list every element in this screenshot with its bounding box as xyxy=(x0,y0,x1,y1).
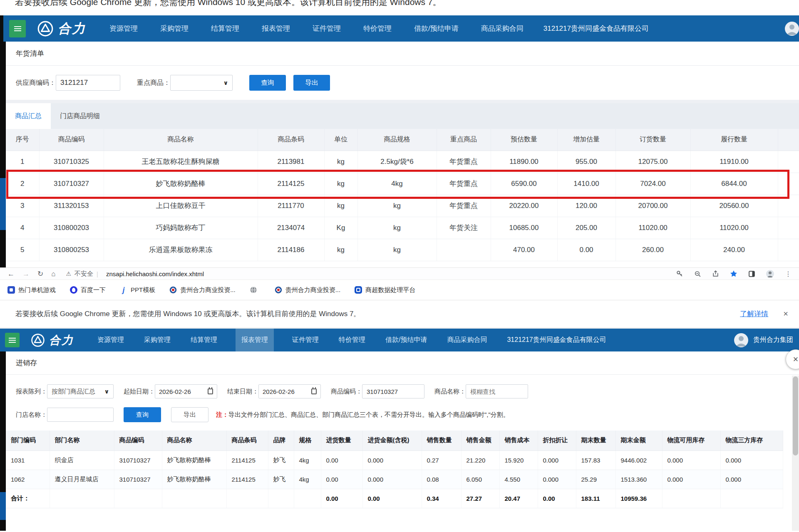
column-header: 销售金额 xyxy=(461,431,499,450)
user-group-label[interactable]: 贵州合力集团 xyxy=(753,336,793,344)
key-icon[interactable] xyxy=(676,270,683,277)
table-cell: 合计： xyxy=(6,489,50,508)
goods-list-table: 序号商品编码商品名称商品条码单位商品规格重点商品预估数量增加估量订货数量履行数量… xyxy=(6,129,799,261)
export-button[interactable]: 导出 xyxy=(293,75,330,91)
bookmark-heli-investment-2[interactable]: 贵州合力商业投资... xyxy=(275,286,341,294)
table-row[interactable]: 3311320153上口佳散称豆干2111770kgkg年货重点20220.00… xyxy=(6,195,799,217)
user-avatar[interactable] xyxy=(785,22,799,36)
table-row[interactable]: 5310800253乐逍遥果板散称果冻2114186kgkg470.000.00… xyxy=(6,239,799,261)
nav-item[interactable]: 证件管理 xyxy=(290,329,320,351)
menu-hamburger-button[interactable] xyxy=(5,333,20,347)
table-cell: 0.00 xyxy=(321,470,362,489)
table-row[interactable]: 2310710327妙飞散称奶酪棒2114125kg4kg年货重点6590.00… xyxy=(6,173,799,195)
key-product-select[interactable]: ∨ xyxy=(170,75,233,91)
vertical-scrollbar[interactable] xyxy=(792,376,799,531)
tab-store-product-detail[interactable]: 门店商品明细 xyxy=(51,103,109,129)
table-row[interactable]: 4310800203巧妈妈散称布丁2134074Kgkg年货关注10685.00… xyxy=(6,217,799,239)
address-bar-url[interactable]: znsapi.helichaoshi.com/index.xhtml xyxy=(106,270,204,277)
bookmark-heli-investment-1[interactable]: 贵州合力商业投资... xyxy=(169,286,236,294)
security-chip[interactable]: ⚠ 不安全 | xyxy=(66,270,98,278)
table-cell: 王老五散称花生酥狗屎糖 xyxy=(104,151,258,173)
supplier-code-input[interactable] xyxy=(56,75,120,91)
start-date-input[interactable]: 2026-02-26 xyxy=(155,384,217,398)
table-row[interactable]: 1031织金店310710327妙飞散称奶酪棒2114125妙飞4kg0.000… xyxy=(6,450,783,470)
user-avatar[interactable] xyxy=(734,333,748,347)
nav-item[interactable]: 资源管理 xyxy=(96,329,126,351)
nav-item[interactable]: 采购管理 xyxy=(159,15,190,42)
nav-item[interactable]: 证件管理 xyxy=(311,15,342,42)
product-code-input[interactable] xyxy=(362,384,424,398)
nav-item[interactable]: 商品采购合同 xyxy=(479,15,525,42)
table-cell: kg xyxy=(357,217,437,239)
nav-item[interactable]: 报表管理 xyxy=(236,329,274,351)
column-header: 商品名称 xyxy=(104,129,258,151)
store-name-label: 门店名称： xyxy=(16,411,47,419)
table-cell: 183.11 xyxy=(576,489,615,508)
table-cell: 遵义日月星城店 xyxy=(50,470,114,489)
table-row[interactable]: 合计：0.000.000.3427.2720.470.00183.1110959… xyxy=(6,489,783,508)
back-icon[interactable]: ← xyxy=(7,270,15,277)
browser-profile-avatar[interactable] xyxy=(766,270,774,278)
report-layout-select[interactable]: 按部门商品汇总 ∨ xyxy=(47,384,114,398)
bookmark-star-icon[interactable] xyxy=(730,270,737,277)
learn-more-link[interactable]: 了解详情 xyxy=(740,309,768,319)
nav-item[interactable]: 特价管理 xyxy=(337,329,367,351)
query-button[interactable]: 查询 xyxy=(249,75,286,91)
report-layout-label: 报表陈列： xyxy=(16,388,47,396)
bottom-page: 进销存 报表陈列： 按部门商品汇总 ∨ 起始日期： 2026-02-26 结束日… xyxy=(6,351,799,531)
bookmark-label: 热门单机游戏 xyxy=(18,286,56,294)
table-cell: 5 xyxy=(6,239,39,261)
bookmark-ppt-template[interactable]: j PPT模板 xyxy=(120,286,155,294)
url-separator: | xyxy=(97,270,98,277)
scrollbar-thumb[interactable] xyxy=(793,376,798,455)
nav-item[interactable]: 资源管理 xyxy=(108,15,139,42)
browser-menu-icon[interactable]: ⋮ xyxy=(785,270,792,278)
tab-product-summary[interactable]: 商品汇总 xyxy=(6,103,51,129)
note-text: 导出文件分部门汇总、商品汇总、部门商品汇总三个表，不需分开导出。输入多个商品编码… xyxy=(228,411,509,418)
nav-item[interactable]: 结算管理 xyxy=(209,15,241,42)
bottom-app-content: 进销存 报表陈列： 按部门商品汇总 ∨ 起始日期： 2026-02-26 结束日… xyxy=(0,351,799,531)
reading-list-icon[interactable] xyxy=(748,270,755,277)
nav-item[interactable]: 特价管理 xyxy=(362,15,393,42)
table-row[interactable]: 1310710325王老五散称花生酥狗屎糖2113981kg2.5kg/袋*6年… xyxy=(6,151,799,173)
bookmark-data-platform[interactable]: 商超数据处理平台 xyxy=(355,286,415,294)
chrome-update-banner-text: 若要接收后续 Google Chrome 更新，您需使用 Windows 10 … xyxy=(15,309,360,319)
export-button[interactable]: 导出 xyxy=(171,407,208,422)
brand-logo-text: 合力 xyxy=(58,20,86,37)
table-cell: 1031 xyxy=(6,450,50,470)
nav-item[interactable]: 借款/预结申请 xyxy=(412,15,460,42)
nav-item[interactable]: 采购管理 xyxy=(142,329,172,351)
query-button[interactable]: 查询 xyxy=(124,407,161,422)
table-cell: 年货重点 xyxy=(437,173,491,195)
table-cell: 21.220 xyxy=(461,450,499,470)
bookmark-label: 贵州合力商业投资... xyxy=(180,286,236,294)
bookmark-baidu[interactable]: 百度一下 xyxy=(70,286,106,294)
forward-icon[interactable]: → xyxy=(22,270,30,277)
share-icon[interactable] xyxy=(712,270,719,277)
zoom-icon[interactable] xyxy=(694,270,701,277)
nav-item[interactable]: 结算管理 xyxy=(189,329,219,351)
bookmark-hot-games[interactable]: 热门单机游戏 xyxy=(7,286,56,294)
table-cell: 0.000 xyxy=(538,450,576,470)
bookmark-label: 商超数据处理平台 xyxy=(365,286,415,294)
column-header: 折扣折让 xyxy=(538,431,576,450)
menu-hamburger-button[interactable] xyxy=(9,20,26,37)
column-header: 进货数量 xyxy=(321,431,362,450)
table-row[interactable]: 1062遵义日月星城店310710327妙飞散称奶酪棒2114125妙飞4kg0… xyxy=(6,470,783,489)
bookmark-globe[interactable] xyxy=(250,286,261,294)
top-nav-company-label[interactable]: 3121217贵州同盛金食品有限公司 xyxy=(543,24,649,33)
bottom-nav-company-label[interactable]: 3121217贵州同盛金食品有限公司 xyxy=(507,336,606,344)
table-cell: 0.34 xyxy=(422,489,461,508)
table-cell: 0.00 xyxy=(557,239,615,261)
home-icon[interactable]: ⌂ xyxy=(51,270,55,277)
product-name-input[interactable] xyxy=(466,384,528,398)
nav-item[interactable]: 借款/预结申请 xyxy=(384,329,429,351)
table-cell: 4kg xyxy=(294,470,321,489)
column-header: 商品条码 xyxy=(226,431,268,450)
banner-close-icon[interactable]: × xyxy=(783,309,788,319)
reload-icon[interactable]: ↻ xyxy=(37,270,43,277)
store-name-input[interactable] xyxy=(47,408,114,422)
end-date-input[interactable]: 2026-02-26 xyxy=(258,384,321,398)
nav-item[interactable]: 报表管理 xyxy=(260,15,292,42)
nav-item[interactable]: 商品采购合同 xyxy=(445,329,489,351)
